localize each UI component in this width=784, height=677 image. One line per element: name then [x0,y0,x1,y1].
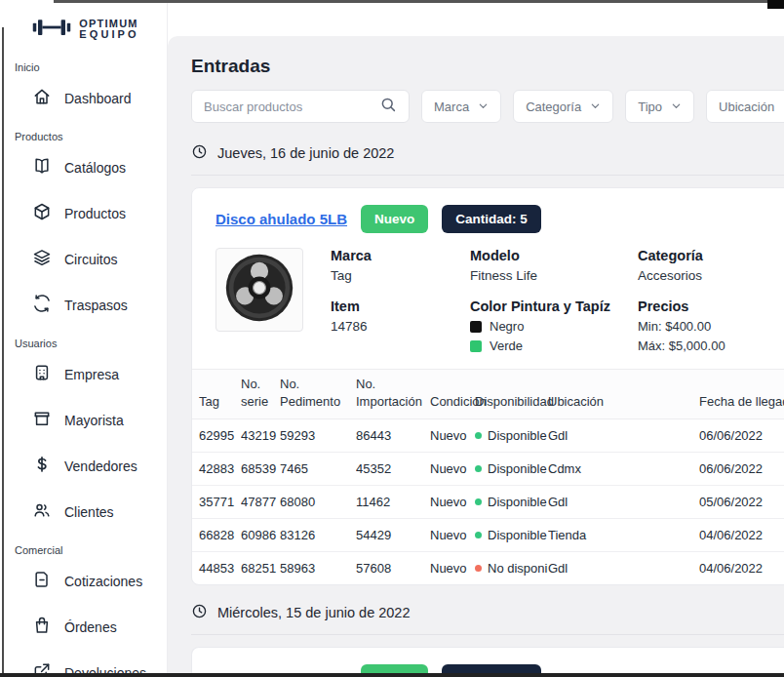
search-icon[interactable] [379,96,397,117]
cell-condicion: Nuevo [430,419,475,453]
sidebar-item-label: Vendedores [64,458,137,474]
cell-pedimento: 83126 [280,519,356,552]
color-swatch-verde [470,340,482,352]
refresh-icon [32,294,52,316]
sidebar-item-label: Empresa [64,367,119,382]
cell-ubicacion: Cdmx [548,453,699,486]
cell-pedimento: 59293 [280,419,356,453]
sidebar-item-productos[interactable]: Productos [4,190,167,236]
info-block-modelo: Modelo Fitness Life [470,248,610,283]
cell-fecha: 05/06/2022 [699,486,784,519]
color-label: Color Pintura y Tapíz [470,299,610,314]
topbar [168,3,784,36]
cell-fecha: 04/06/2022 [699,519,784,552]
cell-pedimento: 58963 [280,552,356,585]
entries-table: Tag No. serie No. Pedimento No. Importac… [192,369,784,584]
modelo-value: Fitness Life [470,268,610,283]
sidebar-item-label: Mayorista [64,413,124,428]
table-header-row: Tag No. serie No. Pedimento No. Importac… [192,370,784,419]
home-icon [32,87,52,109]
clock-icon [191,603,208,622]
cell-condicion: Nuevo [430,453,475,486]
table-row[interactable]: 66828 60986 83126 54429 Nuevo Disponible… [192,519,784,552]
sidebar-item-clientes[interactable]: Clientes [4,489,167,535]
content-panel: Entradas Marca Categoría Tipo [168,36,784,677]
info-column-1: Marca Tag Item 14786 [331,248,443,353]
date-group-header: Miércoles, 15 de junio de 2022 [191,603,784,622]
cell-ubicacion: Tienda [548,519,699,552]
sidebar-item-cotizaciones[interactable]: Cotizaciones [4,558,167,604]
sidebar-section-usuarios: Usuarios [4,328,167,351]
availability-dot [475,432,482,439]
window-frame-top [54,0,767,3]
modelo-label: Modelo [470,248,610,263]
weight-plate-image [222,251,296,329]
availability-text: Disponible [488,428,547,443]
building-icon [32,363,52,385]
table-row[interactable]: 42883 68539 7465 45352 Nuevo Disponible … [192,453,784,486]
window-frame-bottom [0,673,784,677]
col-fecha-llegada: Fecha de llegada [699,370,784,419]
sidebar-item-label: Catálogos [64,160,126,176]
col-disponibilidad: Disponibilidad [475,370,548,419]
cell-tag: 62995 [192,419,241,453]
filter-marca[interactable]: Marca [421,90,501,123]
availability-text: Disponible [488,528,547,542]
color-swatch-negro [470,321,482,333]
chevron-down-icon [590,100,601,114]
dollar-icon [32,455,52,477]
filter-label: Ubicación [719,100,774,114]
dumbbell-icon [31,15,72,44]
layers-icon [32,248,52,270]
table-row[interactable]: 62995 43219 59293 86443 Nuevo Disponible… [192,419,784,453]
color-swatch-row: Negro [470,319,610,334]
search-input[interactable] [204,100,379,114]
item-label: Item [331,299,443,314]
window-frame-left [2,27,4,677]
bag-icon [32,616,52,638]
entry-card: Disco ahulado 5LB Nuevo Cantidad: 5 [191,187,784,585]
sidebar-section-inicio: Inicio [4,52,167,75]
table-row[interactable]: 35771 47877 68080 11462 Nuevo Disponible… [192,486,784,519]
color-name: Verde [490,338,523,353]
precio-max: Máx: $5,000.00 [638,338,784,353]
sidebar-item-circuitos[interactable]: Circuitos [4,236,167,282]
divider [191,634,784,635]
precios-label: Precios [638,299,784,314]
cell-tag: 42883 [192,453,241,486]
sidebar-item-traspasos[interactable]: Traspasos [4,282,167,328]
filter-ubicacion[interactable]: Ubicación [706,90,784,123]
info-block-precios: Precios Min: $400.00 Máx: $5,000.00 [638,299,784,353]
date-group-header: Jueves, 16 de junio de 2022 [191,143,784,163]
filter-categoria[interactable]: Categoría [513,90,613,123]
sidebar-item-empresa[interactable]: Empresa [4,351,167,397]
table-row[interactable]: 44853 68251 58963 57608 Nuevo No disponi… [192,552,784,585]
date-label: Jueves, 16 de junio de 2022 [217,145,394,161]
info-column-2: Modelo Fitness Life Color Pintura y Tapí… [470,248,610,353]
condition-badge: Nuevo [361,205,428,233]
product-thumbnail [216,248,303,332]
product-info: Marca Tag Item 14786 Modelo Fitness Life [216,248,784,353]
availability-text: No disponible [488,561,548,576]
info-column-3: Categoría Accesorios Precios Min: $400.0… [638,248,784,353]
sidebar-item-dashboard[interactable]: Dashboard [4,75,167,121]
col-tag: Tag [192,370,241,419]
info-block-color: Color Pintura y Tapíz Negro Verde [470,299,610,353]
filter-label: Marca [434,100,469,114]
sidebar-item-vendedores[interactable]: Vendedores [4,443,167,489]
availability-dot [475,498,482,505]
cell-tag: 66828 [192,519,241,552]
sidebar-item-ordenes[interactable]: Órdenes [4,604,167,650]
page-title: Entradas [191,56,784,77]
quantity-badge: Cantidad: 5 [442,205,541,233]
sidebar-item-mayorista[interactable]: Mayorista [4,397,167,443]
info-block-item: Item 14786 [331,299,443,334]
item-value: 14786 [331,319,443,334]
sidebar-item-label: Órdenes [64,619,117,635]
search-box[interactable] [191,90,410,123]
col-ubicacion: Ubicación [548,370,699,419]
availability-dot [475,565,482,572]
sidebar-item-catalogos[interactable]: Catálogos [4,144,167,190]
product-link[interactable]: Disco ahulado 5LB [216,211,347,227]
filter-tipo[interactable]: Tipo [625,90,694,123]
